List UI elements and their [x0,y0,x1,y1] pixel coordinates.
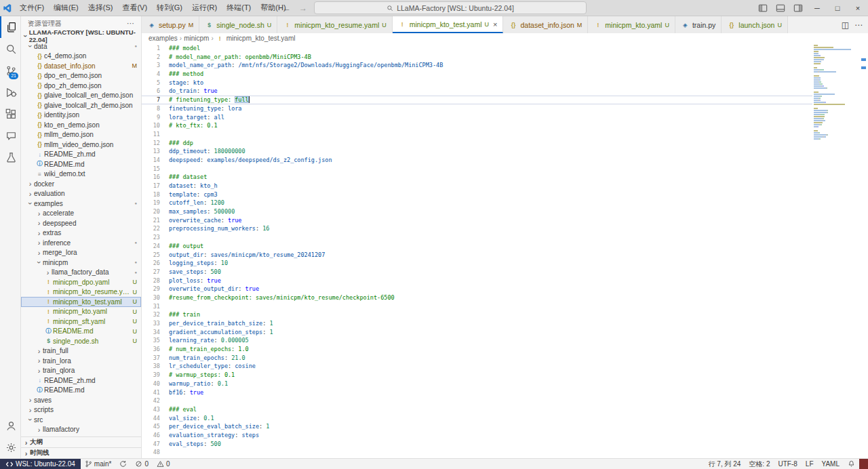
breadcrumb-item[interactable]: examples [149,35,178,42]
tab[interactable]: {}launch.jsonU [722,16,788,33]
explorer-more-actions-icon[interactable]: ⋯ [127,19,134,28]
code-text[interactable]: overwrite_output_dir: true [169,285,812,293]
code-text[interactable]: bf16: true [169,388,812,397]
code-text[interactable]: ### output [169,242,812,251]
indentation[interactable]: 空格: 2 [745,459,774,469]
code-text[interactable]: ### method [169,70,812,79]
remote-indicator[interactable]: WSL: Ubuntu-22.04 [0,459,81,469]
code-text[interactable]: model_name_or_path: /mnt/nfs/Storage2/Do… [169,61,812,70]
tree-folder-item[interactable]: ›scripts [21,405,141,415]
tab[interactable]: !minicpm_kto.yamlU [588,16,675,33]
sidebar-panel-header[interactable]: ›时间线 [21,447,141,458]
tree-folder-item[interactable]: ›deepspeed [21,218,141,228]
code-text[interactable]: # kto_ftx: 0.1 [169,121,812,130]
code-text[interactable]: do_train: true [169,87,812,96]
code-text[interactable]: lr_scheduler_type: cosine [169,362,812,371]
tree-file-item[interactable]: ⓘREADME.md [21,386,141,396]
menu-item[interactable]: 文件(F) [15,0,49,16]
tree-file-item[interactable]: ↓README_zh.md [21,150,141,160]
search-icon[interactable] [0,38,20,60]
code-text[interactable] [169,130,812,139]
code-text[interactable]: per_device_train_batch_size: 1 [169,319,812,328]
code-text[interactable]: dataset: kto_h [169,182,812,190]
tree-folder-item[interactable]: ›llama_factory_data● [21,268,141,278]
run-debug-icon[interactable] [0,81,20,103]
code-text[interactable] [169,302,812,311]
tree-file-item[interactable]: {}glaive_toolcall_en_demo.json [21,91,141,101]
back-button[interactable]: ← [281,3,292,13]
workspace-section-header[interactable]: › LLAMA-FACTORY [WSL: UBUNTU-22.04] [21,30,141,41]
code-text[interactable]: #resume_from_checkpoint: saves/minicpm/k… [169,293,812,302]
command-center[interactable]: LLaMA-Factory [WSL: Ubuntu-22.04] [314,1,587,14]
source-control-icon[interactable]: 21 [0,60,20,81]
customize-layout-icon[interactable] [789,0,807,16]
problems-warnings[interactable]: 0 [153,459,174,469]
tree-file-item[interactable]: ⓘREADME.mdU [21,327,141,337]
tree-file-item[interactable]: {}c4_demo.json [21,52,141,62]
tree-file-item[interactable]: {}mllm_video_demo.json [21,140,141,150]
tree-folder-item[interactable]: ›examples● [21,199,141,209]
code-text[interactable]: val_size: 0.1 [169,414,812,423]
extensions-icon[interactable] [0,103,20,125]
tree-file-item[interactable]: {}glaive_toolcall_zh_demo.json [21,100,141,110]
close-button[interactable]: × [848,0,868,16]
code-text[interactable] [169,233,812,242]
code-text[interactable]: ### ddp [169,139,812,148]
tree-folder-item[interactable]: ›docker [21,179,141,189]
account-icon[interactable] [0,415,20,436]
code-text[interactable]: save_steps: 500 [169,268,812,277]
tree-folder-item[interactable]: ›train_full [21,346,141,356]
overview-ruler[interactable] [860,43,868,458]
code-text[interactable]: num_train_epochs: 21.0 [169,354,812,363]
tab[interactable]: $single_node.shU [199,16,277,33]
menu-item[interactable]: 转到(G) [152,0,187,16]
forward-button[interactable]: → [298,3,309,13]
tree-folder-item[interactable]: ›saves [21,395,141,405]
code-text[interactable]: eval_steps: 500 [169,440,812,449]
tree-folder-item[interactable]: ›accelerate [21,209,141,219]
minimap[interactable] [812,43,860,458]
encoding[interactable]: UTF-8 [774,459,801,469]
code-text[interactable] [169,165,812,174]
code-text[interactable]: # warmup_steps: 0.1 [169,371,812,380]
code-text[interactable]: lora_target: all [169,113,812,122]
tree-folder-item[interactable]: ›data● [21,41,141,52]
code-text[interactable]: output_dir: saves/minicpm/kto_resume_202… [169,251,812,260]
tree-file-item[interactable]: !minicpm_kto_test.yamlU [21,297,141,307]
cursor-position[interactable]: 行 7, 列 24 [705,459,745,469]
menu-item[interactable]: 选择(S) [83,0,118,16]
tree-file-item[interactable]: ≡wiki_demo.txt [21,169,141,180]
menu-item[interactable]: 查看(V) [117,0,152,16]
sync-button[interactable] [115,459,131,469]
code-text[interactable]: # model_name_or_path: openbmb/MiniCPM3-4… [169,53,812,62]
git-branch[interactable]: main* [81,459,116,469]
menu-item[interactable]: 运行(R) [187,0,222,16]
tree-folder-item[interactable]: ›train_qlora [21,366,141,376]
code-text[interactable]: evaluation_strategy: steps [169,431,812,440]
code-text[interactable]: ### train [169,310,812,319]
settings-gear-icon[interactable] [0,436,20,458]
tree-folder-item[interactable]: ›train_lora [21,356,141,366]
code-text[interactable] [169,448,812,457]
problems-errors[interactable]: 0 [131,459,153,469]
toggle-panel-icon[interactable] [772,0,789,16]
code-text[interactable]: warmup_ratio: 0.1 [169,380,812,388]
minimize-button[interactable]: ─ [807,0,827,16]
tree-file-item[interactable]: $single_node.shU [21,336,141,346]
breadcrumb-item[interactable]: minicpm [184,35,209,42]
tree-file-item[interactable]: {}dataset_info.jsonM [21,61,141,71]
tree-file-item[interactable]: {}dpo_en_demo.json [21,71,141,81]
code-text[interactable]: # num_train_epochs: 1.0 [169,345,812,354]
close-icon[interactable]: × [493,20,497,28]
tree-folder-item[interactable]: ›extras [21,228,141,239]
language-mode[interactable]: YAML [818,459,844,469]
tab[interactable]: ◈train.py [675,16,722,33]
code-text[interactable]: cutoff_len: 1200 [169,199,812,207]
tree-folder-item[interactable]: ›src [21,415,141,425]
menu-item[interactable]: 编辑(E) [49,0,83,16]
tree-file-item[interactable]: {}mllm_demo.json [21,130,141,140]
toggle-sidebar-icon[interactable] [754,0,772,16]
code-text[interactable]: ### model [169,44,812,53]
code-text[interactable]: preprocessing_num_workers: 16 [169,224,812,233]
tree-file-item[interactable]: !minicpm_sft.yamlU [21,317,141,327]
